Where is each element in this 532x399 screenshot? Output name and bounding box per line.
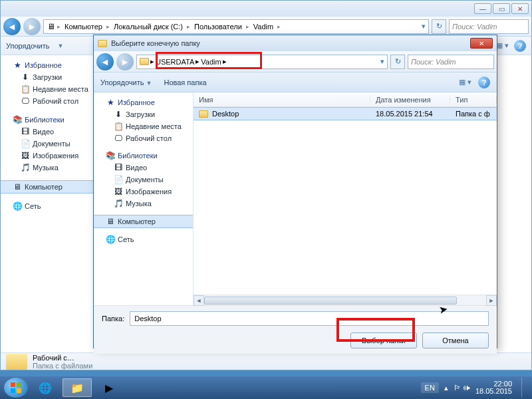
breadcrumb[interactable]: Компьютер	[62, 23, 105, 31]
list-item[interactable]: Desktop 18.05.2015 21:54 Папка с ф	[194, 107, 497, 120]
status-bar: Рабочий с… Папка с файлами	[1, 352, 531, 370]
desktop-icon: 🖵	[114, 134, 123, 143]
close-button[interactable]: ✕	[470, 38, 493, 49]
sidebar-item-video[interactable]: 🎞Видео	[1, 126, 96, 138]
view-menu-icon[interactable]: ▦ ▾	[459, 78, 471, 86]
sidebar-item-computer[interactable]: 🖥Компьютер	[94, 215, 193, 228]
cancel-button[interactable]: Отмена	[422, 332, 489, 348]
maximize-button[interactable]: ▭	[493, 3, 510, 14]
libraries-group[interactable]: 📚Библиотеки	[1, 114, 96, 126]
tray-icons[interactable]: 🏳 🕪	[454, 384, 470, 392]
show-desktop-button[interactable]	[521, 378, 528, 398]
downloads-icon: ⬇	[114, 110, 123, 119]
dialog-toolbar: Упорядочить ▼ Новая папка ▦ ▾ ?	[94, 72, 497, 92]
start-button[interactable]	[4, 378, 28, 398]
scroll-left-button[interactable]: ◄	[194, 295, 204, 306]
sidebar-item-desktop[interactable]: 🖵Рабочий стол	[94, 132, 193, 144]
taskbar-explorer[interactable]: 📁	[63, 378, 92, 397]
folder-picker-dialog: Выберите конечную папку ✕ ◄ ► ▸ USERDATA…	[93, 35, 497, 348]
folder-name-input[interactable]	[130, 311, 489, 326]
scroll-right-button[interactable]: ►	[486, 295, 497, 306]
network-icon: 🌐	[13, 201, 22, 211]
refresh-button[interactable]: ↻	[432, 19, 446, 34]
help-button[interactable]: ?	[514, 40, 526, 52]
breadcrumb[interactable]: Vadim	[251, 23, 276, 31]
clock[interactable]: 22:00 18.05.2015	[475, 380, 512, 395]
tray-expand-icon[interactable]: ▴	[444, 384, 448, 392]
view-menu-icon[interactable]: ▦ ▾	[496, 41, 509, 50]
breadcrumb[interactable]: Пользователи	[192, 23, 245, 31]
sidebar-item-documents[interactable]: 📄Документы	[94, 174, 193, 186]
images-icon: 🖼	[114, 187, 123, 196]
sidebar-item-recent[interactable]: 📋Недавние места	[94, 120, 193, 132]
music-icon: 🎵	[21, 163, 30, 172]
back-button[interactable]: ◄	[96, 53, 114, 70]
sidebar-item-images[interactable]: 🖼Изображения	[94, 186, 193, 198]
video-icon: 🎞	[114, 163, 123, 172]
forward-button[interactable]: ►	[23, 18, 41, 35]
star-icon: ★	[13, 61, 22, 70]
libraries-group[interactable]: 📚Библиотеки	[94, 150, 193, 162]
dropdown-icon[interactable]: ▾	[422, 22, 426, 31]
parent-titlebar: — ▭ ✕	[1, 1, 531, 17]
sidebar-item-downloads[interactable]: ⬇Загрузки	[94, 108, 193, 120]
images-icon: 🖼	[21, 151, 30, 160]
dialog-titlebar[interactable]: Выберите конечную папку ✕	[94, 35, 497, 51]
taskbar-media[interactable]: ▶	[94, 378, 124, 397]
sidebar-item-video[interactable]: 🎞Видео	[94, 162, 193, 174]
breadcrumb[interactable]: Vadim	[201, 58, 221, 66]
music-icon: 🎵	[114, 199, 123, 208]
sidebar-item-downloads[interactable]: ⬇Загрузки	[1, 71, 96, 83]
file-list: Имя Дата изменения Тип Desktop 18.05.201…	[194, 92, 497, 305]
dropdown-icon[interactable]: ▾	[380, 57, 384, 66]
parent-nav-bar: ◄ ► 🖥 ▸ Компьютер ▸ Локальный диск (C:) …	[1, 17, 531, 37]
breadcrumb[interactable]: USERDATA	[156, 58, 194, 66]
svg-rect-0	[11, 382, 15, 387]
sidebar-item-documents[interactable]: 📄Документы	[1, 138, 96, 150]
back-button[interactable]: ◄	[3, 18, 21, 35]
dialog-nav-bar: ◄ ► ▸ USERDATA ▸ Vadim ▸ ▾ ↻ Поиск: Vadi…	[94, 51, 497, 72]
column-type[interactable]: Тип	[450, 96, 497, 104]
sidebar-item-images[interactable]: 🖼Изображения	[1, 150, 96, 162]
forward-button[interactable]: ►	[116, 53, 134, 70]
star-icon: ★	[106, 98, 115, 107]
sidebar-item-music[interactable]: 🎵Музыка	[94, 198, 193, 209]
video-icon: 🎞	[21, 127, 30, 136]
help-button[interactable]: ?	[478, 76, 490, 88]
sidebar-item-music[interactable]: 🎵Музыка	[1, 162, 96, 174]
status-item-desc: Папка с файлами	[33, 362, 92, 370]
status-item-name: Рабочий с…	[33, 354, 92, 362]
library-icon: 📚	[106, 151, 115, 160]
scroll-thumb[interactable]	[204, 297, 457, 305]
organize-menu[interactable]: Упорядочить	[6, 42, 49, 50]
svg-rect-3	[17, 388, 21, 393]
minimize-button[interactable]: —	[474, 3, 491, 14]
sidebar-item-recent[interactable]: 📋Недавние места	[1, 83, 96, 95]
breadcrumb-separator: ▸	[57, 23, 61, 30]
select-folder-button[interactable]: Выбор папки	[350, 332, 417, 348]
sidebar-item-network[interactable]: 🌐Сеть	[94, 233, 193, 245]
close-button[interactable]: ✕	[511, 3, 529, 14]
item-type: Папка с ф	[450, 110, 497, 118]
language-indicator[interactable]: EN	[421, 382, 439, 393]
new-folder-button[interactable]: Новая папка	[164, 78, 206, 86]
breadcrumb[interactable]: Локальный диск (C:)	[111, 23, 186, 31]
horizontal-scrollbar[interactable]: ◄ ►	[194, 295, 497, 305]
search-input[interactable]: Поиск: Vadim	[408, 55, 494, 69]
dropdown-icon[interactable]: ▼	[57, 43, 63, 49]
sidebar-item-computer[interactable]: 🖥Компьютер	[1, 180, 96, 194]
sidebar-item-desktop[interactable]: 🖵Рабочий стол	[1, 95, 96, 107]
computer-icon: 🖥	[106, 217, 115, 226]
column-name[interactable]: Имя	[194, 96, 370, 104]
search-input[interactable]: Поиск: Vadim	[449, 19, 529, 34]
refresh-button[interactable]: ↻	[390, 55, 405, 69]
favorites-group[interactable]: ★Избранное	[1, 59, 96, 71]
network-icon: 🌐	[106, 235, 115, 244]
sidebar-item-network[interactable]: 🌐Сеть	[1, 200, 96, 212]
taskbar-ie[interactable]: 🌐	[31, 378, 60, 397]
column-date[interactable]: Дата изменения	[370, 96, 450, 104]
address-bar[interactable]: 🖥 ▸ Компьютер ▸ Локальный диск (C:) ▸ По…	[43, 19, 429, 34]
organize-menu[interactable]: Упорядочить ▼	[100, 78, 152, 86]
favorites-group[interactable]: ★Избранное	[94, 96, 193, 108]
address-bar[interactable]: ▸ USERDATA ▸ Vadim ▸ ▾	[136, 55, 388, 69]
